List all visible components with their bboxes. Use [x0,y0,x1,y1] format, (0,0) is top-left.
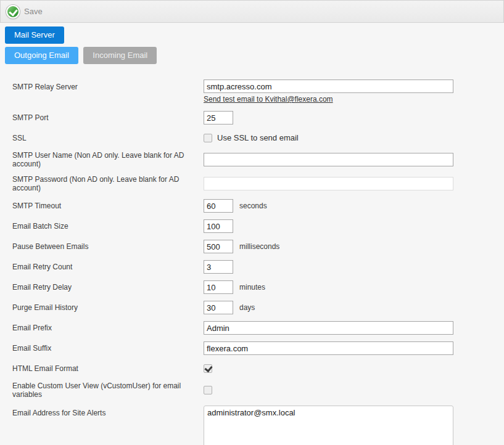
email-suffix-label: Email Suffix [12,344,204,353]
custom-user-view-label: Enable Custom User View (vCustomUser) fo… [12,382,204,399]
site-alerts-textarea[interactable]: administrator@smx.local [204,406,453,445]
tab-mail-server[interactable]: Mail Server [5,27,64,44]
smtp-relay-server-label: SMTP Relay Server [12,80,204,91]
purge-email-history-input[interactable] [204,301,233,314]
smtp-user-label: SMTP User Name (Non AD only. Leave blank… [12,151,204,168]
smtp-timeout-unit: seconds [239,202,267,210]
smtp-relay-server-input[interactable] [204,80,453,93]
smtp-timeout-row: SMTP Timeout seconds [12,199,504,213]
send-test-email-link[interactable]: Send test email to Kvithal@flexera.com [204,95,333,104]
tab-outgoing-email[interactable]: Outgoing Email [5,47,78,64]
email-retry-count-label: Email Retry Count [12,263,204,271]
smtp-port-input[interactable] [204,111,233,125]
email-retry-delay-unit: minutes [239,283,265,292]
custom-user-view-row: Enable Custom User View (vCustomUser) fo… [12,382,504,399]
email-batch-size-row: Email Batch Size [12,219,504,233]
save-button-label: Save [24,7,43,16]
pause-between-emails-label: Pause Between Emails [12,242,204,251]
pause-between-emails-unit: milliseconds [239,242,279,251]
html-email-format-label: HTML Email Format [12,364,204,373]
email-retry-delay-label: Email Retry Delay [12,283,204,292]
smtp-password-input[interactable] [204,177,453,190]
smtp-timeout-label: SMTP Timeout [12,202,204,210]
purge-email-history-label: Purge Email History [12,303,204,312]
outgoing-email-form: SMTP Relay Server Send test email to Kvi… [0,64,504,445]
email-prefix-input[interactable] [204,321,453,335]
pause-between-emails-input[interactable] [204,240,233,253]
html-email-format-checkbox[interactable] [204,364,212,373]
email-retry-delay-input[interactable] [204,280,233,294]
email-batch-size-input[interactable] [204,219,233,233]
email-retry-count-input[interactable] [204,260,233,274]
site-alerts-label: Email Address for Site Alerts [12,406,204,417]
save-check-icon [6,5,20,18]
custom-user-view-checkbox[interactable] [204,386,212,394]
email-retry-delay-row: Email Retry Delay minutes [12,280,504,294]
site-alerts-row: Email Address for Site Alerts administra… [12,406,504,445]
pause-between-emails-row: Pause Between Emails milliseconds [12,240,504,253]
email-retry-count-row: Email Retry Count [12,260,504,274]
smtp-user-input[interactable] [204,153,453,166]
ssl-label: SSL [12,134,204,142]
smtp-user-row: SMTP User Name (Non AD only. Leave blank… [12,151,504,168]
use-ssl-checkbox[interactable] [204,134,212,142]
html-email-format-row: HTML Email Format [12,362,504,375]
use-ssl-checkbox-label: Use SSL to send email [217,133,299,142]
purge-email-history-row: Purge Email History days [12,301,504,314]
smtp-password-row: SMTP Password (Non AD only. Leave blank … [12,175,504,192]
email-suffix-input[interactable] [204,341,453,355]
email-suffix-row: Email Suffix [12,341,504,355]
purge-email-history-unit: days [239,303,255,312]
tabs-container: Mail Server Outgoing Email Incoming Emai… [0,23,504,64]
smtp-port-label: SMTP Port [12,113,204,122]
smtp-password-label: SMTP Password (Non AD only. Leave blank … [12,175,204,192]
toolbar: Save [0,0,504,23]
email-batch-size-label: Email Batch Size [12,222,204,231]
email-prefix-row: Email Prefix [12,321,504,335]
smtp-port-row: SMTP Port [12,111,504,125]
email-prefix-label: Email Prefix [12,324,204,332]
tab-incoming-email[interactable]: Incoming Email [83,47,157,64]
save-button[interactable]: Save [6,5,43,18]
smtp-timeout-input[interactable] [204,199,233,213]
smtp-relay-server-row: SMTP Relay Server Send test email to Kvi… [12,80,504,104]
ssl-row: SSL Use SSL to send email [12,131,504,144]
